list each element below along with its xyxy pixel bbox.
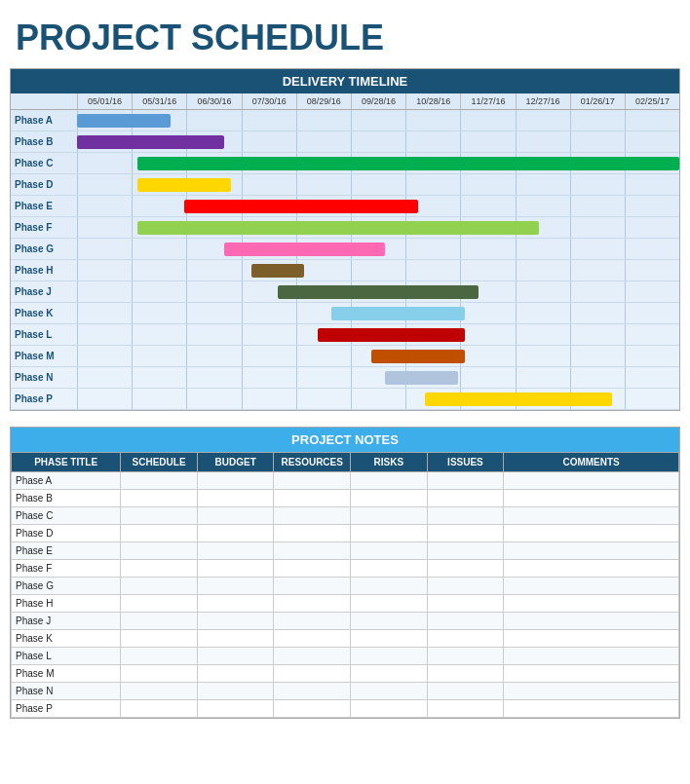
notes-cell — [351, 700, 428, 718]
notes-cell — [121, 683, 198, 700]
notes-cell — [504, 648, 679, 665]
notes-cell — [197, 630, 274, 648]
phase-bar — [137, 178, 231, 192]
notes-cell — [504, 700, 679, 718]
notes-cell — [274, 542, 351, 560]
phase-label: Phase J — [11, 286, 77, 297]
page-title: PROJECT SCHEDULE — [0, 0, 690, 68]
notes-phase-title: Phase E — [12, 542, 121, 560]
notes-phase-title: Phase A — [12, 472, 121, 490]
gantt-header: DELIVERY TIMELINE — [11, 69, 679, 93]
notes-cell — [197, 542, 274, 560]
date-label: 02/25/17 — [625, 93, 679, 109]
notes-cell — [197, 648, 274, 665]
date-label: 06/30/16 — [186, 93, 241, 109]
notes-phase-title: Phase B — [12, 490, 121, 507]
date-label: 07/30/16 — [242, 93, 296, 109]
notes-cell — [351, 490, 428, 507]
notes-cell — [121, 472, 198, 490]
bar-area — [77, 260, 679, 280]
bar-area — [77, 110, 679, 131]
notes-phase-title: Phase N — [12, 683, 121, 700]
notes-row: Phase K — [12, 630, 679, 648]
notes-cell — [427, 472, 504, 490]
phase-bar — [137, 157, 679, 170]
bar-area — [77, 196, 679, 216]
bar-area — [77, 217, 679, 238]
notes-cell — [274, 613, 351, 630]
gantt-row: Phase E — [11, 196, 679, 217]
notes-cell — [504, 613, 679, 630]
notes-cell — [121, 578, 198, 595]
notes-cell — [274, 472, 351, 490]
notes-phase-title: Phase L — [12, 648, 121, 665]
notes-cell — [427, 507, 504, 525]
notes-cell — [274, 630, 351, 648]
notes-row: Phase L — [12, 648, 679, 665]
phase-label: Phase B — [11, 136, 77, 147]
bar-area — [77, 131, 679, 152]
notes-cell — [504, 630, 679, 648]
bar-area — [77, 346, 679, 366]
notes-cell — [197, 525, 274, 542]
notes-cell — [197, 490, 274, 507]
notes-cell — [427, 578, 504, 595]
phase-label: Phase N — [11, 372, 77, 383]
phase-bar — [385, 371, 459, 385]
notes-cell — [274, 578, 351, 595]
date-label: 09/28/16 — [351, 93, 405, 109]
notes-row: Phase M — [12, 665, 679, 683]
notes-row: Phase H — [12, 595, 679, 613]
phase-bar — [251, 264, 305, 278]
bar-area — [77, 153, 679, 173]
date-label: 01/26/17 — [570, 93, 625, 109]
date-label: 12/27/16 — [516, 93, 570, 109]
phase-bar — [77, 114, 171, 128]
notes-cell — [427, 542, 504, 560]
gantt-dates-row: 05/01/1605/31/1606/30/1607/30/1608/29/16… — [11, 93, 679, 110]
notes-cell — [427, 525, 504, 542]
gantt-row: Phase P — [11, 389, 679, 410]
gantt-row: Phase F — [11, 217, 679, 239]
gantt-row: Phase A — [11, 110, 679, 131]
notes-cell — [351, 613, 428, 630]
notes-phase-title: Phase P — [12, 700, 121, 718]
phase-label: Phase A — [11, 115, 77, 126]
notes-cell — [121, 542, 198, 560]
phase-label: Phase D — [11, 179, 77, 190]
notes-cell — [197, 472, 274, 490]
notes-row: Phase B — [12, 490, 679, 507]
notes-phase-title: Phase G — [12, 578, 121, 595]
notes-cell — [274, 507, 351, 525]
notes-row: Phase J — [12, 613, 679, 630]
notes-cell — [504, 560, 679, 578]
notes-header: PROJECT NOTES — [11, 428, 679, 452]
notes-cell — [121, 595, 198, 613]
gantt-body: Phase APhase BPhase CPhase DPhase EPhase… — [11, 110, 679, 410]
notes-row: Phase D — [12, 525, 679, 542]
notes-cell — [427, 630, 504, 648]
notes-cell — [121, 490, 198, 507]
notes-row: Phase N — [12, 683, 679, 700]
notes-cell — [427, 700, 504, 718]
notes-col-header: RESOURCES — [274, 453, 351, 472]
bar-area — [77, 174, 679, 195]
phase-bar — [77, 135, 224, 149]
bar-area — [77, 239, 679, 259]
phase-label: Phase H — [11, 265, 77, 276]
notes-col-header: PHASE TITLE — [12, 453, 121, 472]
notes-cell — [121, 525, 198, 542]
notes-cell — [197, 613, 274, 630]
date-label: 05/01/16 — [77, 93, 132, 109]
notes-cell — [274, 700, 351, 718]
gantt-row: Phase H — [11, 260, 679, 281]
date-label: 08/29/16 — [296, 93, 351, 109]
notes-row: Phase P — [12, 700, 679, 718]
notes-phase-title: Phase D — [12, 525, 121, 542]
gantt-row: Phase B — [11, 131, 679, 153]
bar-area — [77, 281, 679, 302]
notes-row: Phase G — [12, 578, 679, 595]
phase-bar — [184, 200, 418, 213]
phase-label: Phase K — [11, 308, 77, 318]
notes-cell — [504, 525, 679, 542]
